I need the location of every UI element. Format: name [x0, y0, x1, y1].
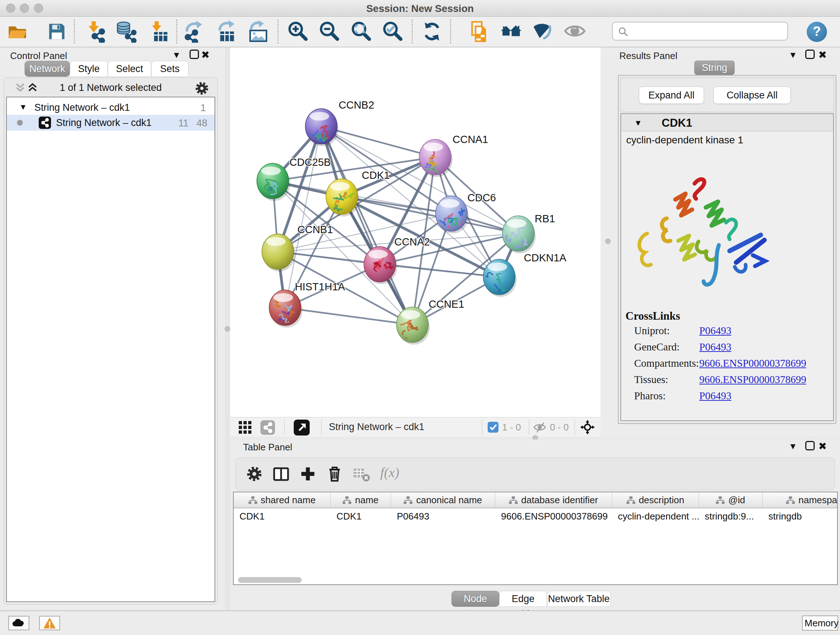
network-row-selected[interactable]: String Network – cdk1 11 48	[7, 115, 215, 131]
crosslink-link[interactable]: 9606.ENSP00000378699	[699, 357, 806, 369]
node-table[interactable]: shared namenamecanonical namedatabase id…	[233, 492, 838, 585]
help-icon[interactable]: ?	[807, 22, 827, 42]
collapse-all-button[interactable]: Collapse All	[714, 87, 791, 104]
column-header-description[interactable]: description	[612, 492, 699, 508]
cloud-status-button[interactable]	[8, 616, 29, 630]
crosslink-link[interactable]: P06493	[699, 341, 731, 353]
table-cell[interactable]: stringdb	[763, 509, 838, 524]
birds-eye-view-icon[interactable]	[579, 419, 595, 435]
network-node-HIST1H1A[interactable]: HIST1H1A	[269, 281, 345, 328]
grid-view-icon[interactable]	[238, 420, 253, 435]
right-splitter[interactable]	[600, 48, 615, 437]
tab-edge-table[interactable]: Edge Table	[499, 591, 547, 607]
import-table-icon[interactable]	[148, 20, 171, 43]
network-canvas[interactable]: CCNB2CCNA1CDC25BCDK1CDC6RB1CCNB1CCNA2CDK…	[230, 48, 600, 417]
search-field[interactable]	[612, 22, 788, 41]
table-cell[interactable]: 9606.ENSP00000378699	[495, 509, 612, 524]
column-header-name[interactable]: name	[331, 492, 391, 508]
crosslink-link[interactable]: 9606.ENSP00000378699	[699, 374, 806, 386]
expand-all-button[interactable]: Expand All	[639, 87, 704, 104]
collapse-node-card-icon[interactable]: ▼	[634, 119, 642, 128]
network-node-CCNE1[interactable]: CCNE1	[396, 298, 464, 345]
table-cell[interactable]: CDK1	[234, 509, 331, 524]
left-splitter[interactable]	[225, 48, 230, 610]
undock-panel-icon[interactable]	[805, 441, 815, 450]
tab-network-table[interactable]: Network Table	[547, 591, 611, 607]
crosslink-link[interactable]: P06493	[699, 325, 731, 337]
undock-panel-icon[interactable]	[805, 50, 815, 59]
network-view[interactable]: CCNB2CCNA1CDC25BCDK1CDC6RB1CCNB1CCNA2CDK…	[230, 48, 600, 437]
import-network-database-icon[interactable]	[115, 20, 138, 43]
column-header-canonical-name[interactable]: canonical name	[391, 492, 495, 508]
control-panel: Control Panel ▼ ✖ NetworkStyleSelectSets…	[0, 48, 225, 610]
hidden-eye-icon[interactable]	[533, 421, 546, 434]
save-session-icon[interactable]	[46, 20, 68, 43]
network-node-CDKN1A[interactable]: CDKN1A	[482, 252, 567, 297]
duplicate-network-icon[interactable]	[469, 20, 491, 43]
network-options-gear-icon[interactable]	[194, 81, 210, 96]
close-panel-icon[interactable]: ✖	[818, 440, 827, 452]
column-label: database identifier	[521, 494, 598, 506]
warning-status-button[interactable]	[39, 616, 60, 630]
search-input[interactable]	[632, 24, 784, 38]
close-panel-icon[interactable]: ✖	[818, 49, 827, 61]
zoom-out-icon[interactable]	[318, 20, 340, 43]
open-session-icon[interactable]	[6, 20, 28, 43]
column-header-database-identifier[interactable]: database identifier	[495, 492, 612, 508]
node-card-header[interactable]: ▼ CDK1	[621, 114, 833, 131]
table-cell[interactable]: stringdb:9...	[699, 509, 763, 524]
network-share-view-icon[interactable]	[261, 420, 275, 435]
column-header-namespace[interactable]: namespace	[763, 492, 838, 508]
protein-structure-image	[624, 165, 780, 302]
table-cell[interactable]: P06493	[391, 509, 495, 524]
splitter-handle-icon[interactable]	[225, 326, 230, 332]
refresh-layout-icon[interactable]	[421, 20, 443, 43]
table-panel: Table Panel ▼ ✖ f(x) shared namenamecano…	[230, 440, 840, 610]
tab-node-table[interactable]: Node Table	[452, 591, 499, 607]
close-panel-icon[interactable]: ✖	[201, 49, 210, 61]
tab-style[interactable]: Style	[70, 61, 108, 77]
import-network-file-icon[interactable]	[85, 20, 107, 43]
export-table-icon[interactable]	[216, 20, 238, 43]
selected-checkbox-icon[interactable]	[488, 422, 499, 432]
delete-column-icon[interactable]	[326, 465, 343, 483]
current-network-dot-icon	[17, 120, 23, 126]
network-node-RB1[interactable]: RB1	[502, 213, 555, 255]
table-options-gear-icon[interactable]	[246, 465, 263, 483]
float-panel-icon[interactable]: ▼	[172, 50, 181, 60]
node-label-CCNA1: CCNA1	[453, 134, 488, 145]
zoom-selected-icon[interactable]	[381, 20, 404, 43]
tab-string[interactable]: String	[694, 60, 735, 75]
float-panel-icon[interactable]: ▼	[789, 441, 797, 451]
tab-sets[interactable]: Sets	[151, 61, 188, 77]
export-image-icon[interactable]	[247, 20, 270, 43]
zoom-fit-content-icon[interactable]	[350, 20, 372, 43]
tab-select[interactable]: Select	[108, 61, 151, 77]
hide-graphics-details-icon[interactable]	[531, 20, 554, 43]
memory-button[interactable]: Memory	[802, 616, 838, 631]
create-column-icon[interactable]	[299, 465, 317, 483]
zoom-in-icon[interactable]	[286, 20, 309, 43]
network-collection-row[interactable]: ▼ String Network – cdk1 1	[7, 100, 215, 116]
detach-view-icon[interactable]	[294, 420, 309, 435]
bottom-splitter[interactable]	[230, 437, 840, 440]
tab-network[interactable]: Network	[25, 61, 70, 77]
splitter-handle-icon[interactable]	[605, 239, 611, 244]
table-cell[interactable]: cyclin-dependent ...	[612, 509, 699, 524]
show-graphics-details-icon[interactable]	[564, 20, 586, 43]
crosslink-link[interactable]: P06493	[699, 390, 731, 402]
results-panel: Results Panel ▼ ✖ String Expand All Coll…	[615, 48, 840, 437]
network-node-CCNA1[interactable]: CCNA1	[419, 134, 488, 183]
column-label: shared name	[261, 494, 316, 506]
column-header-shared-name[interactable]: shared name	[234, 492, 331, 508]
show-columns-icon[interactable]	[272, 465, 290, 483]
column-header-@id[interactable]: @id	[699, 492, 763, 508]
export-network-icon[interactable]	[184, 20, 206, 43]
float-panel-icon[interactable]: ▼	[789, 50, 797, 60]
collection-expander-icon[interactable]: ▼	[19, 103, 27, 112]
undock-panel-icon[interactable]	[189, 50, 199, 59]
table-cell[interactable]: CDK1	[331, 509, 391, 524]
show-all-networks-icon[interactable]	[500, 20, 523, 43]
table-horizontal-scrollbar[interactable]	[238, 577, 302, 583]
table-row[interactable]: CDK1CDK1P064939606.ENSP00000378699cyclin…	[234, 509, 838, 524]
